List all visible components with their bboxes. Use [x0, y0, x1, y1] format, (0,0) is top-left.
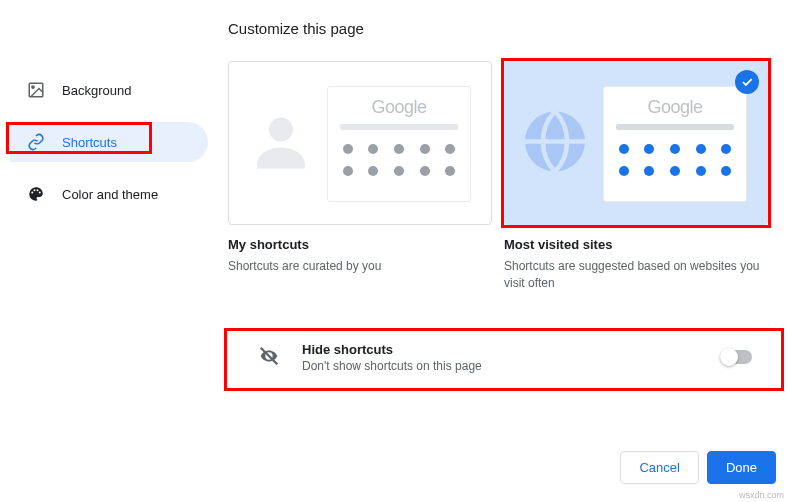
google-logo: Google [340, 97, 458, 118]
option-desc: Shortcuts are suggested based on website… [504, 258, 768, 292]
sidebar-item-background[interactable]: Background [10, 70, 208, 110]
svg-point-2 [31, 192, 33, 194]
option-title: My shortcuts [228, 237, 492, 252]
hide-shortcuts-row: Hide shortcuts Don't show shortcuts on t… [228, 332, 768, 383]
option-desc: Shortcuts are curated by you [228, 258, 492, 275]
preview-card: Google [603, 86, 747, 202]
option-my-shortcuts[interactable]: Google My shortcuts Shortcuts are curate… [228, 61, 492, 292]
person-icon [245, 106, 317, 181]
shortcut-options: Google My shortcuts Shortcuts are curate… [228, 61, 768, 292]
svg-point-1 [32, 86, 34, 88]
globe-icon [519, 106, 591, 181]
visibility-off-icon [258, 345, 280, 370]
hide-desc: Don't show shortcuts on this page [302, 359, 720, 373]
svg-point-3 [34, 189, 36, 191]
done-button[interactable]: Done [707, 451, 776, 484]
check-icon [735, 70, 759, 94]
sidebar: Background Shortcuts Color and theme [10, 20, 208, 383]
svg-point-4 [37, 189, 39, 191]
search-bar-preview [340, 124, 458, 130]
palette-icon [26, 184, 46, 204]
cancel-button[interactable]: Cancel [620, 451, 698, 484]
option-title: Most visited sites [504, 237, 768, 252]
page-title: Customize this page [228, 20, 768, 37]
preview-card: Google [327, 86, 471, 202]
option-most-visited[interactable]: Google Most visited sites [504, 61, 768, 292]
dialog-footer: Cancel Done [620, 451, 776, 484]
watermark: wsxdn.com [739, 490, 784, 500]
sidebar-item-label: Color and theme [62, 187, 158, 202]
svg-point-5 [39, 192, 41, 194]
option-card[interactable]: Google [228, 61, 492, 225]
search-bar-preview [616, 124, 734, 130]
hide-shortcuts-toggle[interactable] [720, 350, 752, 364]
main-panel: Customize this page Google [208, 20, 778, 383]
image-icon [26, 80, 46, 100]
option-card[interactable]: Google [504, 61, 768, 225]
google-logo: Google [616, 97, 734, 118]
toggle-knob [720, 348, 738, 366]
sidebar-item-label: Background [62, 83, 131, 98]
link-icon [26, 132, 46, 152]
sidebar-item-label: Shortcuts [62, 135, 117, 150]
sidebar-item-shortcuts[interactable]: Shortcuts [10, 122, 208, 162]
svg-point-6 [269, 118, 293, 142]
hide-title: Hide shortcuts [302, 342, 720, 357]
sidebar-item-color-theme[interactable]: Color and theme [10, 174, 208, 214]
